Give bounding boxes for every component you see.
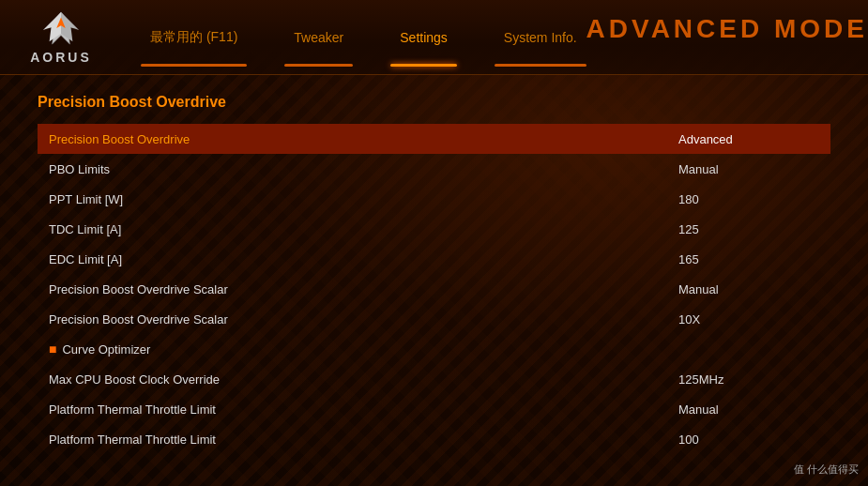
tab-tweaker[interactable]: Tweaker: [266, 0, 372, 74]
row-value: Advanced: [678, 132, 819, 146]
row-value: Manual: [678, 402, 819, 417]
aorus-logo-text: AORUS: [30, 50, 92, 65]
table-row[interactable]: PBO Limits Manual: [38, 154, 830, 184]
bullet-icon: ■: [49, 342, 56, 357]
table-row[interactable]: Platform Thermal Throttle Limit Manual: [38, 394, 830, 424]
table-row[interactable]: Platform Thermal Throttle Limit 100: [38, 424, 830, 454]
row-label: Precision Boost Overdrive: [49, 132, 678, 146]
tab-settings-bar: [390, 64, 457, 67]
table-row[interactable]: Max CPU Boost Clock Override 125MHz: [38, 364, 830, 394]
row-label: Precision Boost Overdrive Scalar: [49, 312, 678, 327]
watermark: 值 什么值得买: [794, 463, 859, 477]
table-row[interactable]: Precision Boost Overdrive Scalar 10X: [38, 304, 830, 334]
table-row[interactable]: EDC Limit [A] 165: [38, 244, 830, 274]
row-value: 125MHz: [678, 372, 819, 387]
row-value: Manual: [678, 282, 819, 296]
table-row[interactable]: ■ Curve Optimizer: [38, 334, 830, 364]
row-value: 10X: [678, 312, 819, 327]
row-label: EDC Limit [A]: [49, 252, 678, 266]
row-label: Max CPU Boost Clock Override: [49, 372, 678, 387]
logo-area: AORUS: [0, 3, 122, 72]
tab-most-used[interactable]: 最常用的 (F11): [122, 0, 266, 74]
tab-system-info-bar: [495, 64, 586, 67]
tab-most-used-bar: [141, 64, 247, 67]
tab-tweaker-bar: [284, 64, 353, 67]
main-content: Precision Boost Overdrive Precision Boos…: [0, 75, 868, 473]
row-value: 100: [678, 433, 819, 447]
row-label: TDC Limit [A]: [49, 222, 678, 236]
table-row[interactable]: PPT Limit [W] 180: [38, 184, 830, 214]
row-label: Curve Optimizer: [62, 342, 678, 357]
tab-settings[interactable]: Settings: [372, 0, 476, 74]
table-row[interactable]: TDC Limit [A] 125: [38, 214, 830, 244]
row-label: PBO Limits: [49, 162, 678, 176]
row-value: 165: [678, 252, 819, 266]
row-label: Platform Thermal Throttle Limit: [49, 433, 678, 447]
table-row[interactable]: Precision Boost Overdrive Advanced: [38, 124, 830, 154]
row-label: PPT Limit [W]: [49, 192, 678, 206]
advanced-mode-title: ADVANCED MODE: [586, 14, 868, 44]
aorus-logo-icon: [38, 10, 84, 48]
row-value: 180: [678, 192, 819, 206]
row-value: Manual: [678, 162, 819, 176]
section-title: Precision Boost Overdrive: [38, 94, 830, 111]
row-value: 125: [678, 222, 819, 236]
table-row[interactable]: Precision Boost Overdrive Scalar Manual: [38, 274, 830, 304]
watermark-text: 值 什么值得买: [794, 463, 859, 477]
row-label: Platform Thermal Throttle Limit: [49, 402, 678, 417]
settings-table: Precision Boost Overdrive Advanced PBO L…: [38, 124, 830, 454]
row-label: Precision Boost Overdrive Scalar: [49, 282, 678, 296]
